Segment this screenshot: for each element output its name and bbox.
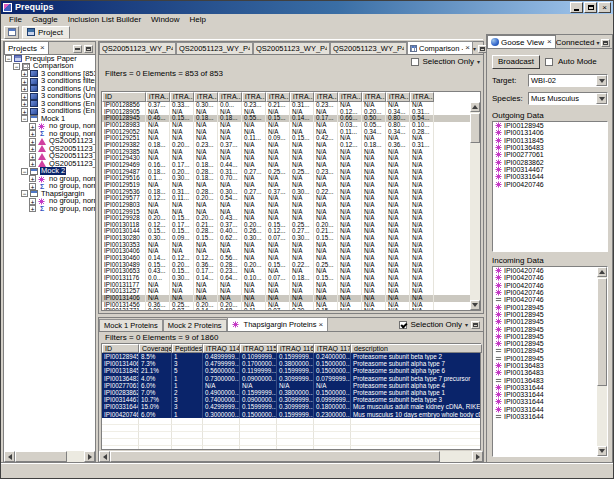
perspective-tab-project[interactable]: Project (22, 26, 70, 39)
scroll-thumb[interactable] (110, 451, 440, 462)
tree-expander-icon[interactable]: − (21, 190, 28, 197)
scroll-down-button[interactable] (597, 446, 607, 456)
list-item[interactable]: IPI00128945 (493, 303, 597, 310)
column-header[interactable]: description (351, 344, 482, 353)
scroll-right-button[interactable] (472, 451, 483, 462)
maximize-view-button[interactable] (601, 39, 610, 47)
list-item[interactable]: IPI00128945 (493, 333, 597, 340)
list-item[interactable]: IPI00314467 (493, 166, 607, 173)
column-header[interactable]: iTRAQ 117... (314, 344, 351, 353)
tree-expander-icon[interactable]: + (29, 183, 36, 190)
close-icon[interactable]: × (546, 38, 552, 46)
list-item[interactable]: IPI00331644 (493, 173, 607, 180)
tree-expander-icon[interactable]: + (29, 145, 36, 152)
tree-expander-icon[interactable]: + (29, 153, 36, 160)
list-item[interactable]: IPI00131406 (493, 129, 607, 136)
table-row[interactable]: IPI001295160.1...0.30...0.18...0.70...N/… (102, 175, 470, 182)
table-row[interactable]: IPI00129519N/AN/AN/AN/AN/AN/AN/AN/AN/AN/… (102, 182, 470, 189)
tree-expander-icon[interactable]: + (21, 78, 28, 85)
tree-expander-icon[interactable]: + (21, 93, 28, 100)
list-item[interactable]: IPI00420746 (493, 282, 597, 289)
column-header[interactable]: iTRA... (362, 92, 386, 102)
table-row[interactable]: IPI001289458.5%10.4899999...0.1099999...… (102, 353, 480, 360)
column-header[interactable]: iTRA... (410, 92, 434, 102)
table-row[interactable]: IPI001288560.37...0.33...0.30...0.0...0.… (102, 102, 470, 109)
menu-item-help[interactable]: Help (185, 14, 211, 25)
editor-tab[interactable]: QS20051123_WY_P4b-m1... (253, 42, 330, 54)
column-header[interactable]: iTRA... (338, 92, 362, 102)
tree-expander-icon[interactable]: − (13, 63, 20, 70)
table-row[interactable]: IPI001304890.15...0.20...0.36...0.28...0… (102, 262, 470, 269)
close-icon[interactable]: × (319, 321, 324, 329)
selection-only-checkbox[interactable] (399, 321, 407, 329)
list-item[interactable]: IPI00420746 (493, 289, 597, 296)
menu-item-gaggle[interactable]: Gaggle (27, 14, 63, 25)
scroll-right-button[interactable] (84, 451, 95, 462)
auto-mode-checkbox[interactable] (545, 58, 553, 66)
selection-only-checkbox[interactable] (411, 58, 419, 66)
tab-projects[interactable]: Projects × (4, 41, 49, 54)
table-row[interactable]: IPI004207466.0%10.3000000...0.1500000...… (102, 411, 480, 418)
proteins-horizontal-scrollbar[interactable] (99, 451, 483, 462)
table-row[interactable]: IPI00131257N/AN/AN/AN/AN/AN/AN/AN/AN/AN/… (102, 288, 470, 295)
outgoing-data-list[interactable]: IPI00128945IPI00131406IPI00131845IPI0013… (492, 121, 608, 252)
tree-expander-icon[interactable]: − (5, 55, 12, 62)
list-item[interactable]: IPI00128945 (493, 355, 597, 362)
table-vertical-scrollbar[interactable] (470, 102, 480, 310)
list-item[interactable]: IPI00136483 (493, 376, 597, 383)
maximize-button[interactable] (584, 2, 597, 13)
list-item[interactable]: IPI00128945 (493, 311, 597, 318)
table-row[interactable]: IPI001295770.12...0.11...0.20...0.54...N… (102, 195, 470, 202)
tree-expander-icon[interactable]: + (21, 70, 28, 77)
tree-expander-icon[interactable]: + (29, 138, 36, 145)
table-row[interactable]: IPI0013184521.1%50.5600000...0.1199999..… (102, 367, 480, 374)
list-item[interactable]: IPI00128945 (493, 340, 597, 347)
tree-expander-icon[interactable]: + (29, 205, 36, 212)
minimize-view-button[interactable] (73, 45, 82, 53)
projects-horizontal-scrollbar[interactable] (4, 451, 95, 462)
close-button[interactable]: × (598, 2, 611, 13)
target-dropdown[interactable]: WBI-02 (528, 74, 608, 87)
scroll-down-button[interactable] (470, 300, 480, 310)
column-header[interactable]: iTRA... (194, 92, 218, 102)
column-header[interactable]: iTRAQ 116... (277, 344, 314, 353)
editor-tab[interactable]: QS20051123_WY_P4b-m1... (330, 42, 407, 54)
table-row[interactable]: IPI001299280.20...0.15...0.20...0.43...N… (102, 215, 470, 222)
tree-expander-icon[interactable]: + (29, 198, 36, 205)
table-row[interactable]: IPI001294690.16...0.17...0.18...0.44...N… (102, 162, 470, 169)
column-header[interactable]: Peptides (172, 344, 203, 353)
table-row[interactable]: IPI002770616.0%1N/AN/AN/AN/AProteasome s… (102, 382, 480, 389)
close-icon[interactable]: × (39, 44, 45, 52)
table-row[interactable]: IPI00131406N/AN/AN/AN/AN/AN/AN/AN/AN/AN/… (102, 295, 470, 302)
incoming-data-list[interactable]: IPI00420746IPI00420746IPI00420746IPI0042… (492, 266, 608, 457)
table-row[interactable]: IPI001302800.30...0.09...0.15...0.62...0… (102, 235, 470, 242)
tree-expander-icon[interactable]: + (21, 100, 28, 107)
table-row[interactable]: IPI00129430N/AN/AN/AN/AN/AN/AN/AN/AN/AN/… (102, 155, 470, 162)
table-row[interactable]: IPI00129385N/AN/AN/AN/AN/AN/AN/AN/AN/AN/… (102, 149, 470, 156)
list-item[interactable]: IPI00331644 (493, 413, 597, 420)
list-item[interactable]: IPI00136483 (493, 369, 597, 376)
table-row[interactable]: IPI001295360.18...0.31...0.28...0.30...0… (102, 189, 470, 196)
table-row[interactable]: IPI001314067.3%30.4799999...0.1700000...… (102, 360, 480, 367)
column-header[interactable]: iTRA... (290, 92, 314, 102)
tree-expander-icon[interactable]: − (21, 168, 28, 175)
table-row[interactable]: IPI0031446710.7%30.7400000...0.0900000..… (102, 396, 480, 403)
table-row[interactable]: IPI002838627.0%20.4900000...0.1599999...… (102, 389, 480, 396)
list-item[interactable]: IPI00277061 (493, 151, 607, 158)
view-menu-icon[interactable]: ▾ (465, 322, 468, 328)
column-header[interactable]: ID (102, 344, 139, 353)
tab-mock-2-proteins[interactable]: Mock 2 Proteins (163, 319, 227, 331)
list-item[interactable]: IPI00420746 (493, 274, 597, 281)
table-row[interactable]: IPI00129251N/AN/AN/AN/A0.11...0.09...0.1… (102, 135, 470, 142)
table-row[interactable]: IPI00130353N/AN/AN/AN/AN/AN/AN/AN/AN/AN/… (102, 242, 470, 249)
tab-mock-1-proteins[interactable]: Mock 1 Proteins (99, 319, 163, 331)
editor-tab[interactable]: QS20051123_WY_P4b-m1... (176, 42, 253, 54)
species-dropdown[interactable]: Mus Musculus (528, 92, 608, 105)
close-icon[interactable]: × (465, 44, 470, 52)
tree-expander-icon[interactable]: + (29, 123, 36, 130)
table-row[interactable]: IPI001301180.12...0.17...0.21...0.37...0… (102, 222, 470, 229)
tree-item[interactable]: +Σno group, norm* (4, 205, 95, 213)
scroll-thumb[interactable] (15, 451, 67, 462)
maximize-view-button[interactable] (84, 45, 93, 53)
table-row[interactable]: IPI001317710.09...0.07...0.14...0.68...0… (102, 308, 470, 310)
